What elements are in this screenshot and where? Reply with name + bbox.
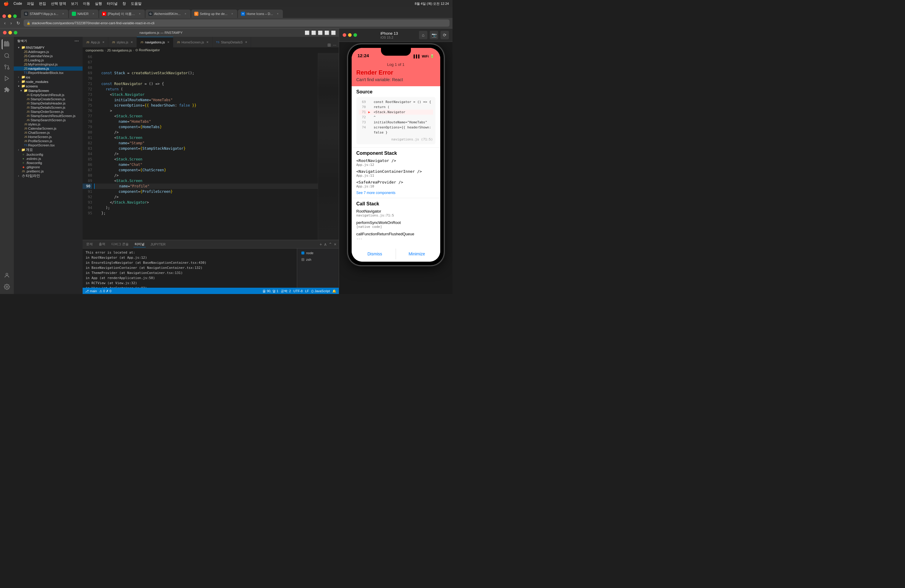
tree-item-gitignore[interactable]: ◆ .gitignore xyxy=(14,165,83,169)
tab-close-playlist[interactable]: × xyxy=(138,12,142,16)
more-actions-icon[interactable]: ··· xyxy=(333,43,337,47)
menu-go[interactable]: 이동 xyxy=(83,1,90,6)
activity-extensions[interactable] xyxy=(2,85,12,95)
browser-tab-playlist[interactable]: ▶ [Playlist] 이 여름… × xyxy=(99,10,145,18)
tree-item-buckconfig[interactable]: ≡ .buckconfig xyxy=(14,153,83,157)
editor-layout-icon-1[interactable]: ⬜ xyxy=(305,30,310,35)
terminal-content[interactable]: This error is located at: in RootNavigat… xyxy=(83,248,297,288)
status-eol[interactable]: LF xyxy=(305,289,309,293)
tree-item-타임라인[interactable]: › ⏱ 타임라인 xyxy=(14,173,83,178)
status-spaces[interactable]: 공백: 2 xyxy=(281,289,291,293)
menu-view[interactable]: 보기 xyxy=(71,1,78,6)
tab-close-homescreen-js[interactable]: × xyxy=(206,40,209,44)
forward-button[interactable]: › xyxy=(9,20,13,26)
tree-item-prettierrc[interactable]: JS .prettierrc.js xyxy=(14,169,83,173)
terminal-tab-jupyter[interactable]: JUPYTER xyxy=(149,242,167,247)
tree-root-folder[interactable]: ▾ 📁 RNSTAMPY xyxy=(14,45,83,50)
tree-item-calendarscreen[interactable]: JS CalendarScreen.js xyxy=(14,126,83,130)
menu-edit[interactable]: 편집 xyxy=(39,1,46,6)
editor-layout-icon-3[interactable]: ⬜ xyxy=(318,30,322,35)
tree-item-addimages[interactable]: JS AddImages.js xyxy=(14,50,83,54)
tree-item-screens[interactable]: ▾ 📁 screens xyxy=(14,84,83,88)
tree-item-eslintrc[interactable]: ● .eslintrc.js xyxy=(14,157,83,161)
status-encoding[interactable]: UTF-8 xyxy=(293,289,303,293)
editor-tab-navigations-js[interactable]: JS navigations.js × xyxy=(137,37,173,47)
terminal-btn-zsh[interactable]: zsh xyxy=(300,257,337,262)
tree-item-chatscreen[interactable]: JS ChatScreen.js xyxy=(14,130,83,135)
menu-select[interactable]: 선택 영역 xyxy=(51,1,66,6)
terminal-tab-문제[interactable]: 문제 xyxy=(85,241,94,247)
menu-window[interactable]: 창 xyxy=(122,1,126,6)
terminal-tab-출력[interactable]: 출력 xyxy=(98,241,106,247)
tab-close-stampdetails-ts[interactable]: × xyxy=(245,40,247,44)
menu-terminal[interactable]: 터미널 xyxy=(107,1,117,6)
editor-tab-styles-js[interactable]: JS styles.js × xyxy=(108,37,137,47)
tree-item-stampsearchresultscreen[interactable]: JS StampSearchResultScreen.js xyxy=(14,114,83,118)
tree-item-calendarview[interactable]: JS CalendarView.js xyxy=(14,54,83,58)
sim-ctrl-rotate[interactable]: ⟳ xyxy=(441,31,449,39)
tab-close-stampy[interactable]: × xyxy=(61,12,65,16)
activity-git[interactable] xyxy=(2,62,12,72)
minimap[interactable] xyxy=(318,53,339,240)
tab-close-alchemist[interactable]: × xyxy=(183,12,187,16)
terminal-add-button[interactable]: + xyxy=(320,242,322,247)
code-editor[interactable]: const Stack = createNativeStackNavigator… xyxy=(94,53,318,240)
tree-item-flowconfig[interactable]: ≡ .flowconfig xyxy=(14,161,83,165)
tree-item-styles[interactable]: JS styles.js xyxy=(14,122,83,126)
tree-item-reportscreen[interactable]: TS ReportScreen.tsx xyxy=(14,143,83,147)
minimize-button[interactable]: Minimize xyxy=(396,248,438,259)
editor-tab-homescreen-js[interactable]: JS HomeScreen.js × xyxy=(173,37,213,47)
editor-close-btn[interactable] xyxy=(3,31,6,35)
tree-item-node-modules[interactable]: › 📁 node_modules xyxy=(14,79,83,84)
sim-close-btn[interactable] xyxy=(343,33,346,37)
tree-item-profilescreen[interactable]: JS ProfileScreen.js xyxy=(14,139,83,143)
sim-maximize-btn[interactable] xyxy=(353,33,357,37)
back-button[interactable]: ‹ xyxy=(3,20,7,26)
menu-run[interactable]: 실행 xyxy=(95,1,102,6)
editor-minimize-btn[interactable] xyxy=(8,31,12,35)
maximize-button[interactable] xyxy=(13,14,17,18)
sim-ctrl-screenshot[interactable]: 📷 xyxy=(430,31,438,39)
tree-item-navigations[interactable]: JS navigations.js xyxy=(14,67,83,71)
status-line-col[interactable]: 줄 90, 열 1 xyxy=(262,289,278,293)
browser-tab-naver[interactable]: NAVER × xyxy=(69,10,98,18)
editor-layout-icon-4[interactable]: ⬜ xyxy=(324,30,329,35)
tab-close-naver[interactable]: × xyxy=(91,12,95,16)
sim-minimize-btn[interactable] xyxy=(348,33,352,37)
menu-code[interactable]: Code xyxy=(13,2,22,6)
status-git-branch[interactable]: ⎇ main xyxy=(85,289,97,293)
tab-close-setting[interactable]: × xyxy=(230,12,234,16)
tree-item-myformimginput[interactable]: JS MyFormImgInput.js xyxy=(14,62,83,67)
status-language[interactable]: () JavaScript xyxy=(311,289,330,293)
see-more-components-button[interactable]: See 7 more components xyxy=(356,191,435,195)
terminal-tab-디버그[interactable]: 디버그 콘솔 xyxy=(110,241,130,247)
sim-ctrl-home[interactable]: ⌂ xyxy=(419,31,427,39)
terminal-close-icon[interactable]: × xyxy=(334,242,337,247)
split-editor-icon[interactable]: ⊞ xyxy=(327,43,331,47)
browser-tab-alchemist[interactable]: G Alchemist85K/m... × xyxy=(145,10,191,18)
browser-tab-home-icons[interactable]: H Home Icons – D... × xyxy=(238,10,283,18)
breadcrumb-rootnavigator[interactable]: ⊙ RootNavigator xyxy=(135,48,160,52)
minimize-button[interactable] xyxy=(8,14,11,18)
terminal-btn-node[interactable]: node xyxy=(300,250,337,256)
activity-settings[interactable] xyxy=(2,282,12,292)
terminal-expand-icon[interactable]: ⌃ xyxy=(329,242,332,247)
sidebar-more-button[interactable]: ··· xyxy=(75,39,79,43)
breadcrumb-navigations-js[interactable]: JS navigations.js xyxy=(107,49,132,52)
editor-maximize-btn[interactable] xyxy=(14,31,17,35)
apple-menu[interactable]: 🍎 xyxy=(3,1,9,6)
terminal-tab-터미널[interactable]: 터미널 xyxy=(133,241,146,247)
status-errors[interactable]: ⚠ 0 ✗ 0 xyxy=(99,289,111,293)
activity-debug[interactable] xyxy=(2,73,12,84)
tree-item-emptysearchresult[interactable]: JS EmptySearchResult.js xyxy=(14,93,83,97)
reload-button[interactable]: ↻ xyxy=(15,20,21,26)
tree-item-stampsearchscreen[interactable]: JS StampSearchScreen.js xyxy=(14,118,83,122)
activity-search[interactable] xyxy=(2,51,12,61)
activity-profile[interactable] xyxy=(2,270,12,281)
tree-item-loading[interactable]: JS Loading.js xyxy=(14,58,83,62)
tree-item-stampdetailsheader[interactable]: JS StampDetailsHeader.js xyxy=(14,101,83,105)
tree-item-개요[interactable]: › 📁 개요 xyxy=(14,147,83,153)
tree-item-reportheaderblock[interactable]: TS ReportHeaderBlock.tsx xyxy=(14,71,83,75)
tree-item-stamporderscreen[interactable]: JS StampOrderScreen.js xyxy=(14,110,83,114)
tab-close-app-js[interactable]: × xyxy=(102,40,105,44)
